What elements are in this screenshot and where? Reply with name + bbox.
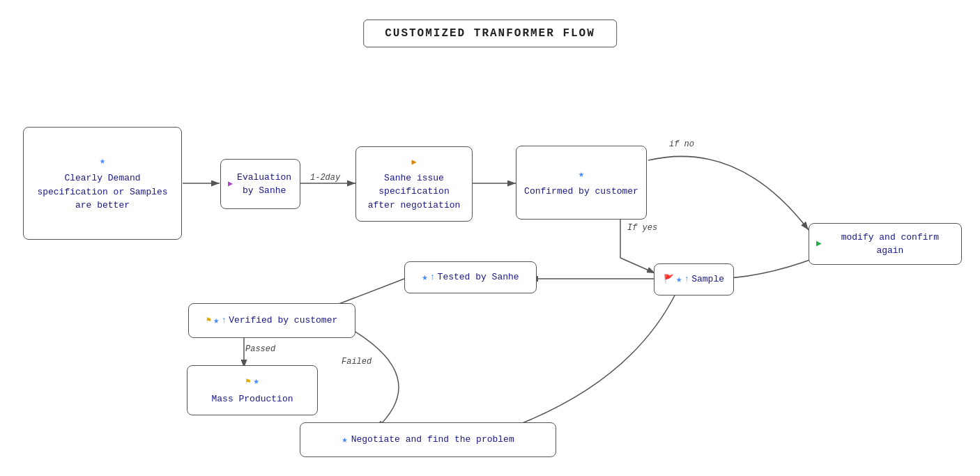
star-blue2-icon: ★ [676,272,682,287]
node-confirmed: ★ Confirmed by customer [516,146,647,220]
play-purple-icon: ▶ [228,178,233,190]
flag-yellow2-icon: ⚑ [245,376,250,388]
flag-red-icon: 🚩 [664,273,674,286]
node-sample: 🚩 ★ ↑ Sample [654,263,734,295]
play-orange-icon: ▶ [411,156,416,169]
star-blue4-icon: ★ [213,314,219,328]
node-tested: ★ ↑ Tested by Sanhe [404,261,537,293]
star-icon: ★ [100,154,105,169]
node-sanhe-issue: ▶ Sanhe issue specification after negoti… [355,146,473,222]
star-blue3-icon: ★ [422,270,427,285]
passed-label: Passed [245,344,275,354]
node-modify: ▶ modify and confirm again [809,223,962,265]
node-mass: ⚑ ★ Mass Production [187,365,318,415]
if-no-label: if no [669,139,694,149]
days-label: 1-2day [310,173,340,183]
node-verified: ⚑ ★ ↑ Verified by customer [188,303,355,338]
play-green-icon: ▶ [816,237,822,251]
flag-yellow-icon: ⚑ [206,314,211,327]
page-title: CUSTOMIZED TRANFORMER FLOW [363,20,617,47]
star-blue-icon: ★ [579,167,584,182]
star-blue6-icon: ★ [342,433,347,447]
failed-label: Failed [342,357,372,367]
arrow-up-icon: ↑ [684,272,689,286]
arrow-up2-icon: ↑ [430,270,436,284]
svg-line-5 [620,258,655,273]
star-blue5-icon: ★ [253,374,259,389]
arrow-up3-icon: ↑ [221,314,227,328]
node-demand: ★ Clearly Demand specification or Sample… [23,127,182,240]
node-negotiate: ★ Negotiate and find the problem [300,422,556,457]
node-evaluation: ▶ Evaluation by Sanhe [220,159,300,209]
if-yes-label: If yes [627,223,657,233]
